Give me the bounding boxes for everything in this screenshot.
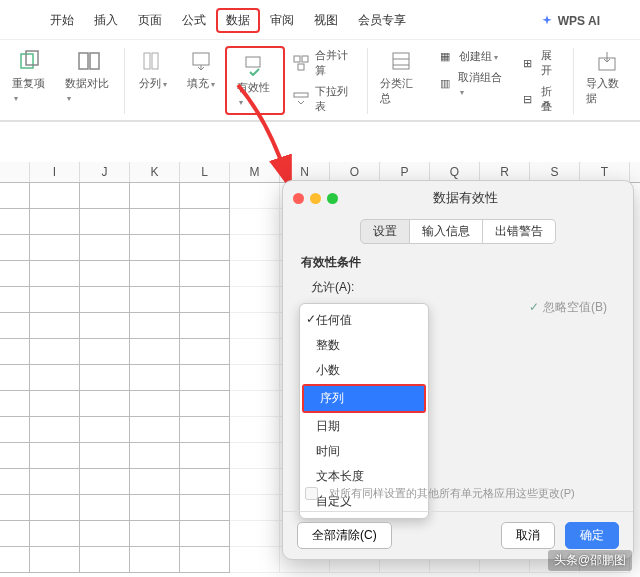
- highlight-sequence: 序列: [302, 384, 426, 413]
- btn-split[interactable]: 分列: [129, 46, 177, 95]
- btn-subtotal-label: 分类汇总: [380, 76, 422, 106]
- ungroup-icon: ▥: [437, 76, 452, 92]
- btn-compare[interactable]: 数据对比: [57, 46, 120, 107]
- btn-dropdown-list[interactable]: 下拉列表: [285, 82, 363, 116]
- svg-rect-9: [302, 56, 308, 62]
- svg-rect-8: [294, 56, 300, 62]
- btn-dropdown-label: 下拉列表: [315, 84, 355, 114]
- svg-rect-7: [246, 57, 260, 67]
- validity-icon: [244, 54, 266, 76]
- svg-rect-0: [21, 54, 33, 68]
- dialog-titlebar: 数据有效性: [283, 181, 633, 215]
- menu-vip[interactable]: 会员专享: [348, 8, 416, 33]
- col-T[interactable]: T: [580, 162, 630, 182]
- fill-icon: [190, 50, 212, 72]
- btn-compare-label: 数据对比: [65, 76, 112, 103]
- ok-button[interactable]: 确定: [565, 522, 619, 549]
- col-K[interactable]: K: [130, 162, 180, 182]
- dialog-tabs: 设置 输入信息 出错警告: [283, 219, 633, 244]
- btn-import[interactable]: 导入数据: [578, 46, 636, 110]
- apply-all-label: 对所有同样设置的其他所有单元格应用这些更改(P): [329, 486, 575, 501]
- opt-sequence[interactable]: 序列: [304, 386, 424, 411]
- col-N[interactable]: N: [280, 162, 330, 182]
- menu-insert[interactable]: 插入: [84, 8, 128, 33]
- col-O[interactable]: O: [330, 162, 380, 182]
- btn-import-label: 导入数据: [586, 76, 628, 106]
- highlight-validity: 有效性: [225, 46, 285, 115]
- close-icon[interactable]: [293, 193, 304, 204]
- btn-expand[interactable]: ⊞展开: [513, 46, 570, 80]
- split-icon: [142, 50, 164, 72]
- btn-duplicates[interactable]: 重复项: [4, 46, 57, 107]
- consolidate-icon: [293, 55, 309, 71]
- wps-ai-badge[interactable]: WPS AI: [540, 14, 600, 28]
- col-L[interactable]: L: [180, 162, 230, 182]
- col-P[interactable]: P: [380, 162, 430, 182]
- btn-group[interactable]: ▦创建组: [429, 46, 512, 66]
- opt-any[interactable]: 任何值: [300, 308, 428, 333]
- btn-ungroup[interactable]: ▥取消组合: [429, 68, 512, 99]
- compare-icon: [78, 50, 100, 72]
- opt-date[interactable]: 日期: [300, 414, 428, 439]
- menu-bar: 开始 插入 页面 公式 数据 审阅 视图 会员专享 WPS AI: [0, 0, 640, 40]
- tab-error[interactable]: 出错警告: [483, 219, 556, 244]
- col-I[interactable]: I: [30, 162, 80, 182]
- btn-consolidate[interactable]: 合并计算: [285, 46, 363, 80]
- cancel-button[interactable]: 取消: [501, 522, 555, 549]
- menu-view[interactable]: 视图: [304, 8, 348, 33]
- btn-fill[interactable]: 填充: [177, 46, 225, 95]
- watermark: 头条@邵鹏图: [548, 550, 632, 571]
- apply-all-row[interactable]: 对所有同样设置的其他所有单元格应用这些更改(P): [301, 484, 615, 503]
- svg-rect-4: [144, 53, 150, 69]
- btn-split-label: 分列: [139, 76, 167, 91]
- svg-rect-6: [193, 53, 209, 65]
- import-icon: [596, 50, 618, 72]
- btn-validity-label: 有效性: [237, 80, 273, 107]
- ignore-blank-checkbox[interactable]: 忽略空值(B): [529, 299, 607, 316]
- dialog-title: 数据有效性: [308, 189, 623, 207]
- wps-ai-label: WPS AI: [558, 14, 600, 28]
- col-S[interactable]: S: [530, 162, 580, 182]
- btn-validity[interactable]: 有效性: [229, 50, 281, 111]
- svg-rect-11: [294, 93, 308, 97]
- menu-data[interactable]: 数据: [216, 8, 260, 33]
- svg-rect-12: [393, 53, 409, 69]
- svg-rect-3: [90, 53, 99, 69]
- menu-start[interactable]: 开始: [40, 8, 84, 33]
- dialog-body: 有效性条件 允许(A):: [283, 254, 633, 296]
- btn-duplicates-label: 重复项: [12, 76, 49, 103]
- collapse-icon: ⊟: [521, 91, 536, 107]
- subtotal-icon: [390, 50, 412, 72]
- col-R[interactable]: R: [480, 162, 530, 182]
- btn-fill-label: 填充: [187, 76, 215, 91]
- col-M[interactable]: M: [230, 162, 280, 182]
- clear-all-button[interactable]: 全部清除(C): [297, 522, 392, 549]
- duplicates-icon: [19, 50, 41, 72]
- allow-label: 允许(A):: [311, 279, 615, 296]
- btn-consolidate-label: 合并计算: [315, 48, 355, 78]
- opt-integer[interactable]: 整数: [300, 333, 428, 358]
- svg-rect-10: [298, 64, 304, 70]
- data-validation-dialog: 数据有效性 设置 输入信息 出错警告 有效性条件 允许(A): 忽略空值(B) …: [282, 180, 634, 560]
- col-J[interactable]: J: [80, 162, 130, 182]
- expand-icon: ⊞: [521, 55, 536, 71]
- btn-collapse[interactable]: ⊟折叠: [513, 82, 570, 116]
- svg-rect-5: [152, 53, 158, 69]
- menu-review[interactable]: 审阅: [260, 8, 304, 33]
- menu-formula[interactable]: 公式: [172, 8, 216, 33]
- menu-page[interactable]: 页面: [128, 8, 172, 33]
- section-criteria: 有效性条件: [301, 254, 615, 271]
- opt-decimal[interactable]: 小数: [300, 358, 428, 383]
- tab-input-msg[interactable]: 输入信息: [410, 219, 483, 244]
- ribbon: 重复项 数据对比 分列 填充 有效性 合并计算 下拉列表 分类汇总 ▦创建组: [0, 40, 640, 122]
- tab-settings[interactable]: 设置: [360, 219, 410, 244]
- svg-rect-1: [26, 51, 38, 65]
- dropdown-icon: [293, 91, 309, 107]
- svg-rect-2: [79, 53, 88, 69]
- group-icon: ▦: [437, 48, 453, 64]
- col-Q[interactable]: Q: [430, 162, 480, 182]
- opt-time[interactable]: 时间: [300, 439, 428, 464]
- ai-icon: [540, 14, 554, 28]
- apply-all-checkbox[interactable]: [305, 487, 318, 500]
- btn-subtotal[interactable]: 分类汇总: [372, 46, 430, 110]
